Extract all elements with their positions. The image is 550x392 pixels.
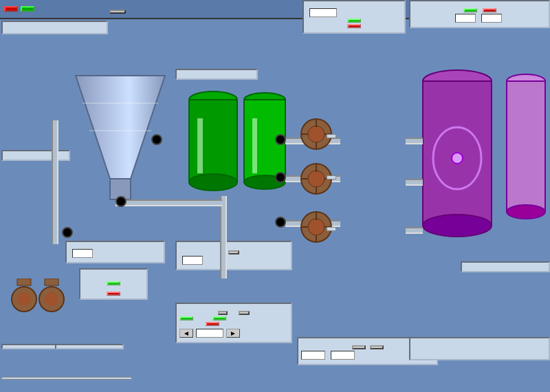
fp-table [413,344,546,356]
backwash-buttons [413,8,546,12]
river-pumps-stop-button[interactable] [107,292,120,296]
valve-lower [116,196,126,207]
blowdown-preset-increment[interactable]: ► [226,329,240,338]
backwash-panel [409,0,550,28]
alum-manual-setpoint-input[interactable] [182,256,203,265]
backwash-start-button[interactable] [463,8,477,12]
start-plant-button[interactable] [21,6,34,12]
pump1-label-panel [327,134,336,138]
blowdown-panel: ◄ ► [175,303,292,343]
blowdown-title [179,307,288,309]
fp-effluent-row [415,345,544,347]
alum-manual-setpoint-row [179,256,288,265]
svg-rect-5 [189,100,237,182]
pipe-r1 [406,138,423,144]
pressure-panel [461,261,550,272]
total-flow-area [96,5,102,13]
pressure-title [465,265,546,268]
fp-mill-pressure-label [415,351,457,352]
backwash-min-input[interactable] [481,14,502,23]
pipe-r3 [406,227,423,234]
blowdown-start-button[interactable] [179,316,193,320]
mod-valve-title [69,245,161,248]
alum-manual-button[interactable] [228,250,239,254]
fpfc-set-gpm-button[interactable] [370,345,384,349]
river-pump1-visual [38,279,65,314]
fp-flow-row [415,348,544,349]
alum-manual-btn-row [179,250,288,254]
reset-button[interactable] [109,10,126,14]
backwash-psi-input[interactable] [455,14,476,23]
blowdown-start2-button[interactable] [212,316,226,320]
blowdown-manual-button[interactable] [239,311,250,315]
pipe-r2 [406,179,423,186]
pipe-v1 [52,120,58,244]
river-flow-panel [1,150,70,161]
filter-pumps-on-row [307,8,402,17]
pump3-label-panel [327,227,336,231]
shutdown-button[interactable] [4,6,18,12]
alum-title [179,245,288,248]
filter-pumps-start-button[interactable] [347,19,361,23]
blowdown-stop-button[interactable] [206,322,219,326]
pump2-label-panel [327,175,336,179]
filter-tanks [419,69,547,263]
wet-wells-tanks [182,89,292,201]
valve-5 [62,227,73,238]
pipe-v2 [220,196,227,279]
svg-point-25 [308,219,324,235]
wet-wells-panel [175,69,258,80]
blowdown-mode-row [179,311,288,315]
mod-valve-panel [65,241,165,263]
fp-mill-ph-label [415,353,457,355]
backwash-stop-button[interactable] [483,8,496,12]
fp-mill-pressure-row [415,351,544,352]
river-pumps-start-button[interactable] [107,281,120,285]
mod-valve-setpoint-input[interactable] [72,249,93,258]
svg-rect-38 [45,279,58,285]
pump2-visual [299,162,333,197]
fpfc-percent-open-input[interactable] [301,351,325,360]
valve-4 [151,134,162,145]
svg-rect-36 [507,81,545,212]
reset-area [109,5,126,14]
filter-pumps-title [307,4,402,7]
filter-pumps-stop-button[interactable] [347,24,361,28]
svg-point-37 [507,205,545,219]
backwash-title [413,4,546,7]
svg-marker-0 [76,76,165,179]
clarifier-panel [1,21,108,34]
blowdown-timer-stop-row [179,322,288,326]
valve-3 [275,217,286,228]
svg-point-32 [423,215,492,237]
pipe-h-lower [116,199,222,206]
river-pumps-start-row [83,276,144,285]
valve-2 [275,172,286,183]
river-pumps-stop-row [83,287,144,296]
river-pumps-panel [79,268,148,300]
blowdown-preset-input[interactable] [196,329,223,338]
bottom-pump2-panel [55,344,124,349]
blowdown-preset-decrement[interactable]: ◄ [179,329,193,338]
alternate-label [1,377,132,380]
fp-effluent-label [415,345,457,347]
svg-point-43 [17,292,31,306]
blowdown-auto-button[interactable] [218,311,228,315]
filter-pumps-on-input[interactable] [309,8,337,17]
svg-point-6 [189,174,237,190]
fp-effluent-unit [502,345,544,347]
fp-flow-label [415,348,457,349]
blowdown-start-stop-row [179,316,288,320]
filter-pumps-stop-row [307,24,402,28]
svg-point-13 [308,126,324,142]
fpfc-set-percent-button[interactable] [352,345,366,349]
svg-rect-7 [197,118,203,173]
river-pumps-title [83,272,144,275]
fpfc-gpm-input[interactable] [331,351,355,360]
filter-pumps-buttons [307,19,402,23]
filter-plant-panel [409,337,550,360]
svg-point-34 [452,153,463,164]
fp-mill-pressure-unit [502,351,544,352]
blowdown-preset-value-row: ◄ ► [179,329,288,338]
fp-flow-unit [502,348,544,349]
